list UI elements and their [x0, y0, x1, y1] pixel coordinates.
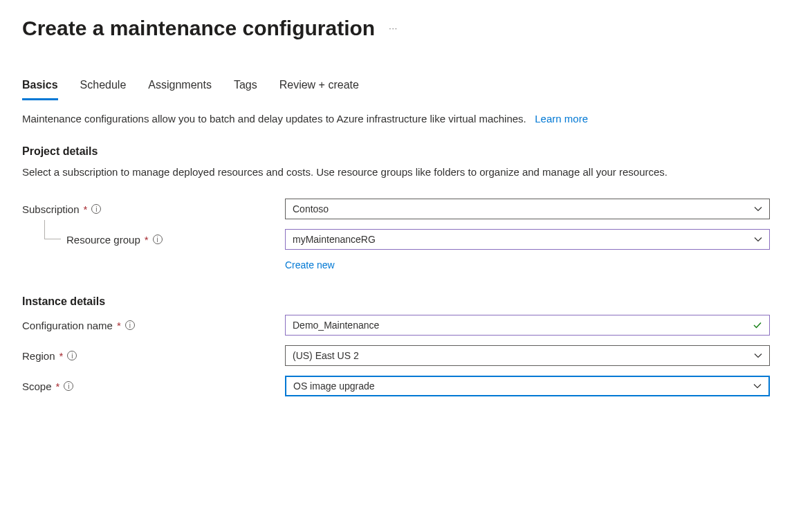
- required-marker: *: [59, 350, 64, 362]
- tab-review-create[interactable]: Review + create: [279, 79, 359, 100]
- required-marker: *: [117, 320, 121, 331]
- scope-label: Scope * i: [22, 380, 285, 392]
- subscription-label: Subscription * i: [22, 203, 285, 215]
- info-icon[interactable]: i: [67, 351, 77, 360]
- scope-label-text: Scope: [22, 380, 52, 392]
- project-details-section: Project details Select a subscription to…: [22, 145, 770, 270]
- intro-body: Maintenance configurations allow you to …: [22, 113, 526, 125]
- page-title: Create a maintenance configuration: [22, 17, 375, 40]
- indent-connector: [44, 220, 61, 239]
- resource-group-label: Resource group * i: [22, 234, 285, 246]
- tab-tags[interactable]: Tags: [234, 79, 257, 100]
- subscription-label-text: Subscription: [22, 203, 80, 215]
- tabstrip: Basics Schedule Assignments Tags Review …: [22, 79, 770, 100]
- intro-text: Maintenance configurations allow you to …: [22, 113, 770, 125]
- chevron-down-icon: [754, 235, 762, 244]
- resource-group-select[interactable]: myMaintenanceRG: [285, 229, 770, 250]
- tab-basics[interactable]: Basics: [22, 79, 58, 100]
- tab-assignments[interactable]: Assignments: [148, 79, 212, 100]
- region-select[interactable]: (US) East US 2: [285, 345, 770, 366]
- info-icon[interactable]: i: [64, 381, 73, 391]
- configuration-name-value: Demo_Maintenance: [293, 320, 379, 331]
- chevron-down-icon: [753, 382, 762, 390]
- required-marker: *: [145, 234, 149, 246]
- configuration-name-label: Configuration name * i: [22, 320, 285, 331]
- chevron-down-icon: [754, 351, 762, 360]
- region-label: Region * i: [22, 350, 285, 362]
- resource-group-label-text: Resource group: [66, 234, 140, 246]
- learn-more-link[interactable]: Learn more: [535, 113, 588, 125]
- region-label-text: Region: [22, 350, 55, 362]
- check-icon: [753, 320, 762, 330]
- project-details-desc: Select a subscription to manage deployed…: [22, 165, 770, 179]
- subscription-select[interactable]: Contoso: [285, 199, 770, 219]
- tab-schedule[interactable]: Schedule: [80, 79, 127, 100]
- scope-value: OS image upgrade: [293, 380, 375, 392]
- info-icon[interactable]: i: [125, 320, 135, 330]
- region-value: (US) East US 2: [293, 350, 359, 361]
- required-marker: *: [56, 380, 60, 392]
- info-icon[interactable]: i: [91, 204, 101, 214]
- scope-select[interactable]: OS image upgrade: [285, 376, 770, 396]
- configuration-name-label-text: Configuration name: [22, 320, 113, 331]
- create-new-rg-link[interactable]: Create new: [285, 259, 335, 270]
- instance-details-title: Instance details: [22, 295, 770, 308]
- configuration-name-input[interactable]: Demo_Maintenance: [285, 315, 770, 336]
- chevron-down-icon: [754, 205, 762, 213]
- subscription-value: Contoso: [293, 203, 329, 214]
- project-details-title: Project details: [22, 145, 770, 158]
- instance-details-section: Instance details Configuration name * i …: [22, 295, 770, 396]
- info-icon[interactable]: i: [153, 235, 163, 244]
- required-marker: *: [84, 203, 88, 215]
- resource-group-value: myMaintenanceRG: [293, 234, 376, 245]
- more-actions-button[interactable]: ···: [389, 24, 398, 33]
